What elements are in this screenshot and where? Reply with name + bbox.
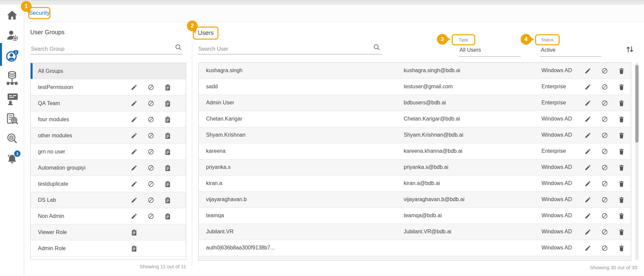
edit-user-icon[interactable] — [585, 67, 591, 74]
group-row[interactable]: Automation groupiyi — [31, 160, 186, 176]
user-row[interactable]: kiran.a kiran.a@bdb.ai Windows AD — [199, 176, 631, 192]
user-row[interactable]: sadd testuser@gmail.com Enterprise — [199, 79, 631, 95]
edit-user-icon[interactable] — [585, 245, 591, 251]
sidebar-item-security[interactable] — [0, 49, 24, 65]
user-row[interactable]: kushagra.singh kushagra.singh@bdb.ai Win… — [199, 63, 631, 79]
group-permissions-icon[interactable] — [164, 181, 171, 187]
group-row[interactable]: testduplicate — [31, 176, 186, 192]
group-permissions-icon[interactable] — [131, 245, 137, 252]
search-icon[interactable] — [373, 44, 380, 51]
sidebar-item-notifications[interactable]: 3 — [0, 152, 24, 167]
group-row[interactable]: testPermission — [31, 79, 186, 95]
sort-icon[interactable] — [625, 44, 635, 54]
edit-group-icon[interactable] — [131, 132, 137, 139]
group-permissions-icon[interactable] — [164, 165, 171, 171]
edit-user-icon[interactable] — [585, 164, 591, 171]
edit-group-icon[interactable] — [131, 165, 137, 171]
block-user-icon[interactable] — [601, 245, 608, 251]
edit-group-icon[interactable] — [131, 197, 137, 203]
group-row[interactable]: DS Lab — [31, 192, 186, 208]
block-group-icon[interactable] — [148, 165, 154, 171]
edit-group-icon[interactable] — [131, 148, 137, 155]
sidebar-item-user-management[interactable] — [0, 29, 24, 43]
sidebar-item-designer[interactable] — [0, 92, 24, 107]
block-group-icon[interactable] — [148, 148, 154, 155]
edit-user-icon[interactable] — [585, 148, 591, 155]
block-user-icon[interactable] — [601, 148, 608, 155]
group-row[interactable]: QA Team — [31, 95, 186, 111]
sidebar-item-document-audit[interactable] — [0, 112, 24, 127]
block-user-icon[interactable] — [601, 100, 608, 106]
search-group-input[interactable] — [30, 44, 183, 54]
delete-user-icon[interactable] — [618, 116, 625, 123]
sidebar-item-data-center[interactable] — [0, 71, 24, 87]
edit-user-icon[interactable] — [585, 229, 591, 235]
group-permissions-icon[interactable] — [131, 229, 137, 236]
delete-user-icon[interactable] — [618, 196, 625, 203]
delete-user-icon[interactable] — [618, 213, 625, 219]
user-row[interactable]: kareena kareena.khanna@bdb.ai Enterprise — [199, 143, 631, 159]
edit-user-icon[interactable] — [585, 213, 591, 219]
user-row[interactable]: Admin User bdbusers@bdb.ai Enterprise — [199, 95, 631, 111]
search-user-input[interactable] — [198, 44, 382, 54]
sidebar-item-home[interactable] — [0, 9, 24, 22]
scrollbar-thumb[interactable] — [635, 65, 639, 143]
type-filter-select[interactable]: All Users — [459, 47, 481, 53]
delete-user-icon[interactable] — [618, 100, 625, 106]
block-user-icon[interactable] — [601, 84, 608, 90]
block-user-icon[interactable] — [601, 229, 608, 235]
group-row[interactable]: Admin Role — [31, 240, 186, 257]
status-filter-select[interactable]: Active — [541, 47, 556, 53]
edit-user-icon[interactable] — [585, 180, 591, 187]
edit-user-icon[interactable] — [585, 84, 591, 90]
sidebar-item-data-search[interactable] — [0, 132, 24, 146]
user-row[interactable]: Chetan.Karigar Chetan.Karigar@bdb.ai Win… — [199, 111, 631, 127]
edit-user-icon[interactable] — [585, 100, 591, 106]
user-row[interactable]: Jubilant.VR Jubilant.VR@bdb.ai Windows A… — [199, 224, 631, 240]
delete-user-icon[interactable] — [618, 180, 625, 187]
delete-user-icon[interactable] — [618, 84, 625, 90]
block-user-icon[interactable] — [601, 213, 608, 219]
user-row[interactable]: auth0|636b8aa300f9138b7... Windows AD — [199, 240, 631, 256]
block-user-icon[interactable] — [601, 180, 608, 187]
user-row[interactable]: priyanka.s priyanka.s@bdb.ai Windows AD — [199, 159, 631, 176]
edit-group-icon[interactable] — [131, 181, 137, 187]
block-group-icon[interactable] — [148, 132, 154, 139]
group-permissions-icon[interactable] — [164, 116, 171, 123]
edit-group-icon[interactable] — [131, 116, 137, 123]
group-permissions-icon[interactable] — [164, 148, 171, 155]
block-group-icon[interactable] — [148, 116, 154, 123]
group-row[interactable]: All Groups — [31, 63, 186, 79]
user-row[interactable]: teamqa teamqa@bdb.ai Windows AD — [199, 208, 631, 224]
block-user-icon[interactable] — [601, 116, 608, 123]
block-group-icon[interactable] — [148, 213, 154, 220]
group-row[interactable]: four modules — [31, 111, 186, 128]
group-permissions-icon[interactable] — [164, 213, 171, 220]
user-row[interactable]: Shyam.Krishnan Shyam.Krishnan@bdb.ai Win… — [199, 127, 631, 143]
group-permissions-icon[interactable] — [164, 197, 171, 203]
user-row[interactable]: vijayaraghavan.b vijayaraghavan.b@bdb.ai… — [199, 192, 631, 208]
group-row[interactable]: Viewer Role — [31, 224, 186, 240]
delete-user-icon[interactable] — [618, 164, 625, 171]
edit-user-icon[interactable] — [585, 132, 591, 139]
group-row[interactable]: other modules — [31, 128, 186, 144]
group-permissions-icon[interactable] — [164, 132, 171, 139]
edit-group-icon[interactable] — [131, 213, 137, 220]
group-permissions-icon[interactable] — [164, 84, 171, 91]
edit-user-icon[interactable] — [585, 116, 591, 123]
edit-group-icon[interactable] — [131, 84, 137, 91]
users-scrollbar[interactable] — [635, 62, 639, 261]
group-row[interactable]: Non Admin — [31, 208, 186, 224]
delete-user-icon[interactable] — [618, 229, 625, 235]
block-group-icon[interactable] — [148, 197, 154, 203]
block-user-icon[interactable] — [601, 164, 608, 171]
delete-user-icon[interactable] — [618, 67, 625, 74]
block-group-icon[interactable] — [148, 181, 154, 187]
block-group-icon[interactable] — [148, 84, 154, 91]
delete-user-icon[interactable] — [618, 132, 625, 139]
block-group-icon[interactable] — [148, 100, 154, 107]
block-user-icon[interactable] — [601, 132, 608, 139]
block-user-icon[interactable] — [601, 196, 608, 203]
delete-user-icon[interactable] — [618, 148, 625, 155]
group-permissions-icon[interactable] — [164, 100, 171, 107]
